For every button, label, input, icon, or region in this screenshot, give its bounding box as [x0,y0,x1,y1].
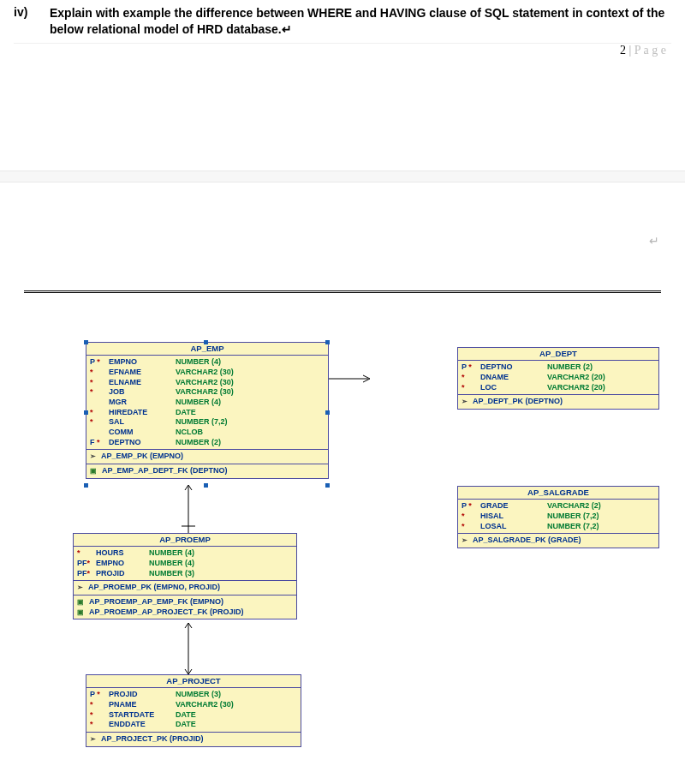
col-flag: PF* [77,559,96,569]
col-type: NUMBER (4) [149,548,194,559]
col-type: NUMBER (3) [176,690,221,700]
col-type: NUMBER (7,2) [547,522,599,532]
selection-handle[interactable] [325,410,330,415]
col-type: VARCHAR2 (20) [547,383,605,393]
entity-ap-emp: AP_EMP P *EMPNONUMBER (4) *EFNAMEVARCHAR… [86,342,329,479]
col-flag: * [462,373,480,383]
col-flag: * [462,522,480,532]
pk-text: AP_PROEMP_PK (EMPNO, PROJID) [88,583,220,593]
pk-text: AP_EMP_PK (EMPNO) [101,452,183,462]
col-name: DEPTNO [109,438,176,448]
col-type: VARCHAR2 (2) [547,501,601,512]
page-footer: 2 | P a g e [0,44,685,59]
col-flag: P * [90,690,109,700]
question-text: Explain with example the difference betw… [50,5,671,38]
col-type: NUMBER (2) [547,362,593,373]
col-type: VARCHAR2 (30) [176,368,234,378]
col-name: DEPTNO [480,362,547,373]
svg-line-9 [188,623,192,628]
col-name: HIREDATE [109,408,176,418]
col-type: VARCHAR2 (30) [176,378,234,388]
er-diagram: AP_EMP P *EMPNONUMBER (4) *EFNAMEVARCHAR… [0,327,685,784]
question-block: iv) Explain with example the difference … [0,0,685,41]
col-type: NUMBER (4) [176,398,221,408]
col-type: VARCHAR2 (30) [176,387,234,398]
col-flag: * [90,700,109,710]
selection-handle[interactable] [204,340,208,344]
col-type: NUMBER (4) [176,357,221,368]
col-name: SAL [109,417,176,428]
selection-handle[interactable] [204,483,208,488]
pk-icon [462,536,469,546]
selection-handle[interactable] [84,410,88,415]
double-rule [24,290,661,293]
col-name: PROJID [96,569,149,579]
col-flag [90,428,109,438]
col-type: NUMBER (4) [149,559,194,569]
col-name: STARTDATE [109,710,176,721]
col-type: DATE [176,408,196,418]
col-flag: * [90,368,109,378]
svg-line-2 [363,379,370,382]
col-name: LOSAL [480,522,547,532]
col-name: MGR [109,398,176,408]
col-flag [90,398,109,408]
col-type: NUMBER (7,2) [547,512,599,522]
col-name: DNAME [480,373,547,383]
svg-line-5 [188,485,192,490]
col-flag: P * [462,501,480,512]
col-name: HOURS [96,548,149,559]
entity-title: AP_SALGRADE [458,487,658,500]
col-flag: PF* [77,569,96,579]
svg-line-8 [185,623,188,628]
fk-icon [77,597,86,607]
col-type: VARCHAR2 (20) [547,373,605,383]
col-flag: P * [90,357,109,368]
col-type: NUMBER (2) [176,438,221,448]
entity-title: AP_PROJECT [86,675,301,688]
pk-text: AP_PROJECT_PK (PROJID) [101,734,204,745]
col-type: NUMBER (3) [149,569,194,579]
pk-icon [90,734,98,745]
col-flag: * [90,387,109,398]
selection-handle[interactable] [325,340,330,344]
col-flag: * [462,512,480,522]
pk-text: AP_SALGRADE_PK (GRADE) [473,536,581,546]
spacer: ↵ [0,183,685,285]
entity-title: AP_EMP [86,343,328,356]
svg-line-4 [185,485,188,490]
col-name: JOB [109,387,176,398]
col-flag: * [90,710,109,721]
question-label: iv) [14,5,50,19]
entity-ap-dept: AP_DEPT P *DEPTNONUMBER (2) *DNAMEVARCHA… [457,347,659,410]
col-name: ELNAME [109,378,176,388]
entity-ap-salgrade: AP_SALGRADE P *GRADEVARCHAR2 (2) *HISALN… [457,486,659,548]
col-flag: * [90,378,109,388]
fk-text: AP_EMP_AP_DEPT_FK (DEPTNO) [102,466,228,476]
col-flag: * [462,383,480,393]
col-flag: P * [462,362,480,373]
col-flag: * [90,408,109,418]
col-flag: * [90,417,109,428]
col-name: PNAME [109,700,176,710]
col-name: EMPNO [109,357,176,368]
page-footer-word: P a g e [634,44,666,57]
col-name: ENDDATE [109,720,176,730]
return-glyph: ↵ [649,234,659,248]
fk-icon [90,466,98,476]
col-type: NUMBER (7,2) [176,417,228,428]
col-name: HISAL [480,512,547,522]
fk-icon [77,607,86,618]
col-flag: * [77,548,96,559]
selection-handle[interactable] [84,483,88,488]
pk-icon [462,397,469,407]
entity-ap-proemp: AP_PROEMP *HOURSNUMBER (4) PF*EMPNONUMBE… [73,533,297,619]
pk-text: AP_DEPT_PK (DEPTNO) [473,397,563,407]
entity-title: AP_DEPT [458,348,658,361]
col-type: DATE [176,720,196,730]
entity-title: AP_PROEMP [74,534,296,547]
selection-handle[interactable] [84,340,88,344]
selection-handle[interactable] [325,483,330,488]
svg-line-1 [363,375,370,379]
col-flag: F * [90,438,109,448]
